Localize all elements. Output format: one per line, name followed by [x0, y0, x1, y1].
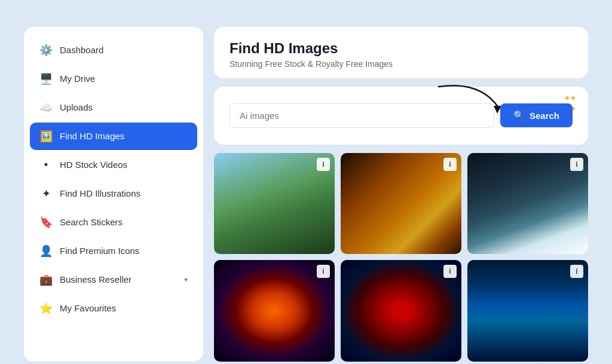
image-grid: iiiiii: [214, 153, 588, 362]
search-input[interactable]: [230, 103, 494, 128]
app-container: ⚙️Dashboard🖥️My Drive☁️Uploads🖼️Find HD …: [12, 12, 600, 364]
image-cell-2[interactable]: i: [341, 153, 461, 255]
find-hd-illustrations-label: Find HD Illustrations: [60, 188, 140, 198]
find-premium-icons-label: Find Premium Icons: [60, 246, 139, 256]
find-hd-images-label: Find HD Images: [60, 131, 124, 141]
search-card: 🔍 Search: [214, 87, 588, 145]
image-info-button-3[interactable]: i: [570, 158, 583, 171]
image-cell-3[interactable]: i: [467, 153, 588, 255]
image-cell-1[interactable]: i: [214, 153, 335, 255]
search-stickers-label: Search Stickers: [60, 217, 123, 227]
sidebar-item-business-reseller[interactable]: 💼Business Reseller▾: [30, 266, 197, 293]
sidebar-item-find-hd-illustrations[interactable]: ✦Find HD Illustrations: [30, 180, 197, 207]
image-info-button-5[interactable]: i: [443, 265, 457, 278]
sidebar-item-uploads[interactable]: ☁️Uploads: [30, 94, 197, 121]
search-button[interactable]: 🔍 Search: [500, 103, 573, 127]
sidebar-item-dashboard[interactable]: ⚙️Dashboard: [30, 36, 197, 64]
image-cell-4[interactable]: i: [214, 260, 335, 362]
search-row: 🔍 Search: [230, 103, 573, 128]
image-info-button-6[interactable]: i: [570, 265, 583, 278]
find-hd-illustrations-icon: ✦: [39, 187, 53, 200]
my-drive-label: My Drive: [60, 74, 95, 84]
sidebar-item-hd-stock-videos[interactable]: ▪️HD Stock Videos: [30, 151, 197, 179]
hd-stock-videos-label: HD Stock Videos: [60, 160, 127, 170]
uploads-label: Uploads: [60, 102, 93, 112]
header-card: Find HD Images Stunning Free Stock & Roy…: [214, 27, 588, 78]
sidebar-item-find-hd-images[interactable]: 🖼️Find HD Images: [30, 123, 197, 150]
find-hd-images-icon: 🖼️: [39, 130, 53, 143]
page-title: Find HD Images: [230, 40, 573, 57]
image-info-button-1[interactable]: i: [317, 158, 330, 171]
uploads-icon: ☁️: [39, 101, 53, 114]
search-icon: 🔍: [513, 110, 525, 121]
hd-stock-videos-icon: ▪️: [39, 158, 53, 172]
my-drive-icon: 🖥️: [39, 72, 53, 85]
image-info-button-4[interactable]: i: [317, 265, 330, 278]
sidebar-item-find-premium-icons[interactable]: 👤Find Premium Icons: [30, 237, 197, 265]
business-reseller-label: Business Reseller: [60, 274, 131, 285]
find-premium-icons-icon: 👤: [39, 244, 53, 258]
page-subtitle: Stunning Free Stock & Royalty Free Image…: [230, 59, 573, 69]
image-cell-6[interactable]: i: [467, 260, 588, 362]
sidebar-item-my-favourites[interactable]: ⭐My Favourites: [30, 295, 197, 322]
search-button-label: Search: [530, 111, 559, 121]
sidebar-item-my-drive[interactable]: 🖥️My Drive: [30, 65, 197, 93]
sidebar: ⚙️Dashboard🖥️My Drive☁️Uploads🖼️Find HD …: [24, 27, 203, 362]
dashboard-icon: ⚙️: [39, 44, 53, 57]
sidebar-item-search-stickers[interactable]: 🔖Search Stickers: [30, 209, 197, 236]
chevron-down-icon: ▾: [184, 276, 188, 284]
dashboard-label: Dashboard: [60, 45, 103, 55]
image-cell-5[interactable]: i: [341, 260, 461, 362]
search-stickers-icon: 🔖: [39, 216, 53, 229]
my-favourites-icon: ⭐: [39, 302, 53, 315]
main-content: Find HD Images Stunning Free Stock & Roy…: [203, 27, 588, 362]
business-reseller-icon: 💼: [39, 273, 53, 286]
my-favourites-label: My Favourites: [60, 303, 116, 313]
image-info-button-2[interactable]: i: [443, 158, 457, 171]
